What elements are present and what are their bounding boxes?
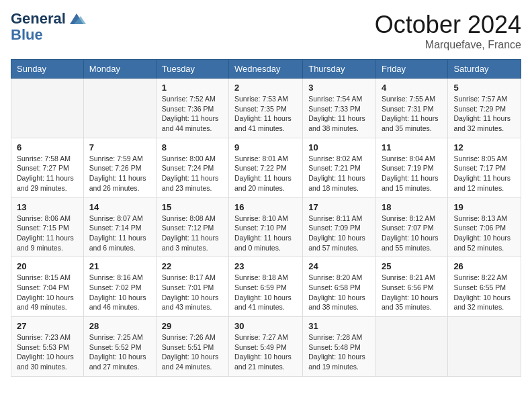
day-number: 26 [453,261,515,271]
day-number: 6 [17,142,78,152]
cell-line: Sunrise: 7:28 AM [308,333,362,341]
title-section: October 2024 Marquefave, France [375,11,521,51]
cell-line: Daylight: 11 hours and 29 minutes. [17,174,74,192]
cell-line: Sunrise: 7:59 AM [89,154,143,163]
day-number: 21 [89,261,150,271]
cell-line: Sunset: 7:09 PM [308,224,361,232]
calendar-cell: 8Sunrise: 8:00 AMSunset: 7:24 PMDaylight… [156,138,228,197]
cell-line: Sunset: 5:49 PM [234,343,287,351]
cell-content: Sunrise: 7:58 AMSunset: 7:27 PMDaylight:… [17,154,78,193]
cell-content: Sunrise: 8:22 AMSunset: 6:55 PMDaylight:… [453,273,515,312]
cell-line: Daylight: 10 hours and 32 minutes. [453,293,511,312]
cell-content: Sunrise: 7:55 AMSunset: 7:31 PMDaylight:… [382,94,442,134]
cell-line: Daylight: 10 hours and 43 minutes. [162,293,219,312]
calendar-cell [11,79,84,138]
day-number: 25 [382,261,442,271]
cell-content: Sunrise: 7:28 AMSunset: 5:48 PMDaylight:… [308,332,370,372]
day-number: 15 [162,202,223,212]
calendar-cell: 4Sunrise: 7:55 AMSunset: 7:31 PMDaylight… [375,79,447,138]
cell-line: Sunset: 7:17 PM [453,164,506,172]
day-number: 17 [308,202,370,212]
day-of-week-wednesday: Wednesday [229,60,303,79]
cell-line: Daylight: 11 hours and 26 minutes. [89,174,146,192]
cell-line: Daylight: 10 hours and 41 minutes. [234,293,292,312]
cell-content: Sunrise: 7:54 AMSunset: 7:33 PMDaylight:… [308,94,370,134]
calendar-cell: 28Sunrise: 7:25 AMSunset: 5:52 PMDayligh… [83,317,156,377]
cell-line: Daylight: 11 hours and 15 minutes. [382,174,439,192]
cell-line: Sunset: 7:24 PM [162,164,214,172]
location-title: Marquefave, France [375,39,521,51]
cell-line: Sunrise: 8:02 AM [308,154,362,163]
cell-line: Sunset: 5:51 PM [162,343,214,351]
cell-line: Daylight: 10 hours and 30 minutes. [17,353,74,371]
cell-line: Daylight: 10 hours and 21 minutes. [234,353,292,371]
cell-line: Daylight: 10 hours and 35 minutes. [382,293,439,312]
calendar-cell: 27Sunrise: 7:23 AMSunset: 5:53 PMDayligh… [11,317,84,377]
day-number: 12 [453,142,515,152]
cell-line: Sunrise: 8:15 AM [17,273,71,281]
cell-line: Sunrise: 8:16 AM [89,273,143,281]
day-number: 5 [453,83,515,93]
day-number: 22 [162,261,223,271]
calendar-cell: 10Sunrise: 8:02 AMSunset: 7:21 PMDayligh… [303,138,376,197]
day-number: 8 [162,142,223,152]
cell-content: Sunrise: 7:27 AMSunset: 5:49 PMDaylight:… [234,332,297,372]
cell-content: Sunrise: 8:06 AMSunset: 7:15 PMDaylight:… [17,214,78,253]
cell-line: Sunrise: 8:10 AM [234,214,288,222]
cell-line: Sunset: 7:35 PM [234,105,287,113]
cell-line: Daylight: 11 hours and 44 minutes. [162,114,219,132]
cell-line: Sunset: 7:07 PM [382,224,434,232]
cell-line: Sunrise: 7:57 AM [453,95,507,103]
cell-line: Sunset: 7:12 PM [162,224,214,232]
cell-line: Sunrise: 7:25 AM [89,333,143,341]
cell-line: Sunset: 7:31 PM [382,105,434,113]
cell-line: Daylight: 10 hours and 24 minutes. [162,353,219,371]
cell-content: Sunrise: 7:25 AMSunset: 5:52 PMDaylight:… [89,332,150,372]
cell-line: Sunrise: 7:54 AM [308,95,362,103]
cell-line: Sunrise: 8:11 AM [308,214,362,222]
calendar-cell: 30Sunrise: 7:27 AMSunset: 5:49 PMDayligh… [229,317,303,377]
cell-line: Sunrise: 8:07 AM [89,214,143,222]
cell-content: Sunrise: 8:21 AMSunset: 6:56 PMDaylight:… [382,273,442,312]
cell-content: Sunrise: 8:18 AMSunset: 6:59 PMDaylight:… [234,273,297,312]
cell-line: Daylight: 11 hours and 35 minutes. [382,114,439,132]
day-number: 10 [308,142,370,152]
cell-line: Sunrise: 8:01 AM [234,154,288,163]
cell-content: Sunrise: 8:12 AMSunset: 7:07 PMDaylight:… [382,214,442,253]
cell-content: Sunrise: 7:57 AMSunset: 7:29 PMDaylight:… [453,94,515,134]
calendar-cell: 11Sunrise: 8:04 AMSunset: 7:19 PMDayligh… [375,138,447,197]
calendar-cell: 7Sunrise: 7:59 AMSunset: 7:26 PMDaylight… [83,138,156,197]
cell-line: Daylight: 11 hours and 32 minutes. [453,114,511,132]
day-number: 27 [17,321,78,331]
calendar-cell: 26Sunrise: 8:22 AMSunset: 6:55 PMDayligh… [448,257,521,317]
cell-line: Daylight: 11 hours and 23 minutes. [162,174,219,192]
calendar-cell: 1Sunrise: 7:52 AMSunset: 7:36 PMDaylight… [156,79,228,138]
cell-line: Sunset: 7:22 PM [234,164,287,172]
cell-line: Sunset: 5:53 PM [17,343,69,351]
cell-line: Sunrise: 8:18 AM [234,273,288,281]
cell-content: Sunrise: 7:26 AMSunset: 5:51 PMDaylight:… [162,332,223,372]
cell-line: Sunset: 7:04 PM [17,283,69,291]
cell-content: Sunrise: 8:05 AMSunset: 7:17 PMDaylight:… [453,154,515,193]
month-title: October 2024 [375,11,521,39]
cell-line: Sunrise: 8:20 AM [308,273,362,281]
calendar-cell: 17Sunrise: 8:11 AMSunset: 7:09 PMDayligh… [303,197,376,257]
cell-content: Sunrise: 8:20 AMSunset: 6:58 PMDaylight:… [308,273,370,312]
calendar-week-4: 20Sunrise: 8:15 AMSunset: 7:04 PMDayligh… [11,257,521,317]
cell-line: Daylight: 10 hours and 38 minutes. [308,293,365,312]
logo: General Blue [11,11,86,43]
calendar-cell: 19Sunrise: 8:13 AMSunset: 7:06 PMDayligh… [448,197,521,257]
cell-line: Sunset: 6:55 PM [453,283,506,291]
cell-line: Sunset: 7:02 PM [89,283,142,291]
cell-line: Sunrise: 7:26 AM [162,333,216,341]
day-of-week-saturday: Saturday [448,60,521,79]
day-number: 24 [308,261,370,271]
calendar-cell: 31Sunrise: 7:28 AMSunset: 5:48 PMDayligh… [303,317,376,377]
cell-line: Daylight: 10 hours and 55 minutes. [382,234,439,252]
day-number: 29 [162,321,223,331]
day-number: 1 [162,83,223,93]
calendar-cell: 18Sunrise: 8:12 AMSunset: 7:07 PMDayligh… [375,197,447,257]
cell-line: Daylight: 11 hours and 20 minutes. [234,174,292,192]
cell-content: Sunrise: 8:16 AMSunset: 7:02 PMDaylight:… [89,273,150,312]
cell-line: Sunrise: 7:23 AM [17,333,71,341]
